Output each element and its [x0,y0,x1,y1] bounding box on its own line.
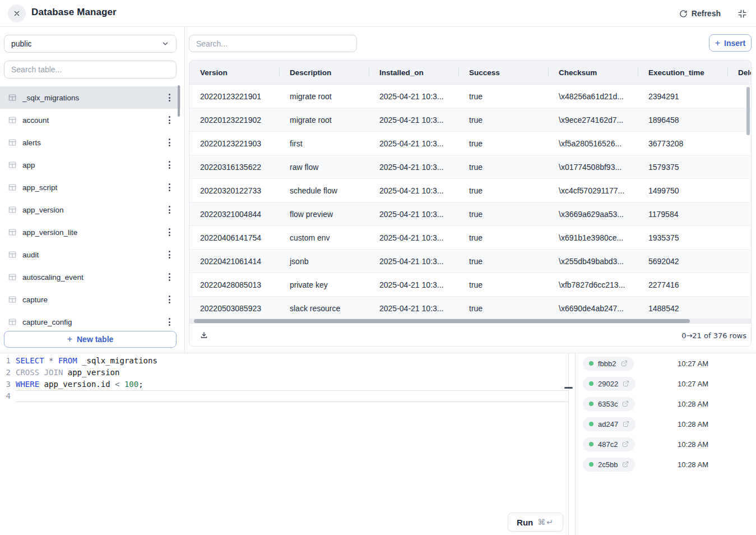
table-search-input[interactable] [4,61,177,79]
table-row[interactable]: 20220421061414jsonb2025-04-21 10:3...tru… [189,250,752,273]
table-cell[interactable]: slack resource [279,304,369,313]
download-button[interactable] [200,331,208,340]
table-cell[interactable]: \x691b1e3980ce... [548,233,638,242]
column-header[interactable]: Installed_on [369,68,458,77]
table-cell[interactable]: 20220428085013 [189,280,279,289]
table-cell[interactable]: schedule flow [279,186,369,195]
sidebar-table-item[interactable]: account [0,109,180,131]
table-cell[interactable]: 20220123221903 [189,139,279,148]
table-cell[interactable]: raw flow [279,163,369,172]
history-pill[interactable]: 29022 [583,377,636,391]
history-pill[interactable]: ad247 [583,417,636,431]
table-row[interactable]: 20220123221901migrate root2025-04-21 10:… [189,85,752,108]
table-row[interactable]: 20220321004844flow preview2025-04-21 10:… [189,202,752,226]
sidebar-table-item[interactable]: app [0,154,180,176]
table-cell[interactable]: first [279,139,369,148]
table-cell[interactable]: 1896458 [638,116,727,124]
table-cell[interactable]: 20220421061414 [189,257,279,266]
kebab-menu-icon[interactable] [165,227,174,238]
table-cell[interactable]: 20220316135622 [189,163,279,172]
new-table-button[interactable]: + New table [4,331,177,348]
history-pill[interactable]: 6353c [583,397,635,411]
table-cell[interactable]: 20220406141754 [189,233,279,242]
sidebar-table-item[interactable]: capture_config [0,311,180,330]
table-cell[interactable]: 2277416 [638,280,727,289]
sidebar-table-item[interactable]: app_script [0,176,180,199]
vertical-scrollbar[interactable] [746,87,750,135]
table-cell[interactable]: true [458,116,548,124]
table-cell[interactable]: \x48256a61d21d... [548,92,638,101]
history-pill[interactable]: 2c5bb [583,458,635,472]
table-cell[interactable]: 20220320122733 [189,186,279,195]
external-link-icon[interactable] [622,400,629,407]
history-pill[interactable]: 487c2 [583,437,635,451]
table-cell[interactable]: 2025-04-21 10:3... [369,186,458,195]
external-link-icon[interactable] [622,461,629,468]
table-cell[interactable]: 2025-04-21 10:3... [369,257,458,266]
table-cell[interactable]: 2394291 [638,92,727,101]
sidebar-table-item[interactable]: alerts [0,131,180,154]
table-cell[interactable]: 36773208 [638,139,727,148]
kebab-menu-icon[interactable] [165,92,174,103]
sql-editor[interactable]: 1SELECT * FROM _sqlx_migrations2CROSS JO… [0,353,568,535]
table-row[interactable]: 20220320122733schedule flow2025-04-21 10… [189,179,752,202]
table-cell[interactable]: flow preview [279,210,369,219]
table-cell[interactable]: migrate root [279,116,369,124]
sidebar-table-item[interactable]: audit [0,243,180,266]
table-row[interactable]: 20220503085923slack resource2025-04-21 1… [189,297,752,319]
table-cell[interactable]: \x01774508bf93... [548,163,638,172]
table-cell[interactable]: migrate root [279,92,369,101]
code-line[interactable]: 1SELECT * FROM _sqlx_migrations [0,355,568,367]
kebab-menu-icon[interactable] [165,182,174,193]
table-cell[interactable]: true [458,233,548,242]
grid-search-input[interactable] [189,35,357,52]
kebab-menu-icon[interactable] [165,137,174,148]
table-cell[interactable]: 2025-04-21 10:3... [369,233,458,242]
column-header[interactable]: Success [458,68,548,77]
table-cell[interactable]: 2025-04-21 10:3... [369,280,458,289]
table-cell[interactable]: custom env [279,233,369,242]
kebab-menu-icon[interactable] [165,316,174,328]
table-cell[interactable]: 1935375 [638,233,727,242]
sidebar-table-item[interactable]: _sqlx_migrations [0,86,180,109]
history-pill[interactable]: fbbb2 [583,357,634,371]
sidebar-table-item[interactable]: autoscaling_event [0,266,180,288]
column-header[interactable]: Checksum [548,68,638,77]
sidebar-table-item[interactable]: capture [0,288,180,311]
panel-resizer[interactable] [568,353,576,535]
kebab-menu-icon[interactable] [165,249,174,260]
resize-handle-icon[interactable] [564,387,573,389]
code-line[interactable]: 3WHERE app_version.id < 100; [0,379,568,390]
table-row[interactable]: 20220428085013private key2025-04-21 10:3… [189,273,752,297]
table-cell[interactable]: 2025-04-21 10:3... [369,210,458,219]
table-cell[interactable]: \xc4cf570291177... [548,186,638,195]
column-header[interactable]: Description [279,68,369,77]
code-line[interactable]: 2CROSS JOIN app_version [0,367,568,379]
table-cell[interactable]: true [458,163,548,172]
table-cell[interactable]: true [458,92,548,101]
table-cell[interactable]: 2025-04-21 10:3... [369,139,458,148]
code-line[interactable]: 4 [0,390,568,402]
table-cell[interactable]: \xf5a280516526... [548,139,638,148]
table-cell[interactable]: jsonb [279,257,369,266]
table-cell[interactable]: 2025-04-21 10:3... [369,304,458,313]
insert-button[interactable]: + Insert [709,34,752,52]
table-cell[interactable]: true [458,210,548,219]
table-cell[interactable]: true [458,280,548,289]
column-header[interactable]: Execution_time [638,68,727,77]
table-cell[interactable]: 2025-04-21 10:3... [369,163,458,172]
schema-select[interactable]: public [4,35,177,53]
table-cell[interactable]: true [458,257,548,266]
table-row[interactable]: 20220316135622raw flow2025-04-21 10:3...… [189,155,752,179]
table-cell[interactable]: \xfb7827d6cc213... [548,280,638,289]
sidebar-table-item[interactable]: app_version_lite [0,221,180,243]
sidebar-scrollbar[interactable] [178,85,180,117]
external-link-icon[interactable] [623,421,629,427]
table-cell[interactable]: 20220503085923 [189,304,279,313]
table-cell[interactable]: \x3669a629aa53... [548,210,638,219]
table-cell[interactable]: \x255db49babd3... [548,257,638,266]
column-header[interactable]: Version [189,68,279,77]
table-cell[interactable]: true [458,304,548,313]
table-cell[interactable]: private key [279,280,369,289]
external-link-icon[interactable] [622,441,629,448]
